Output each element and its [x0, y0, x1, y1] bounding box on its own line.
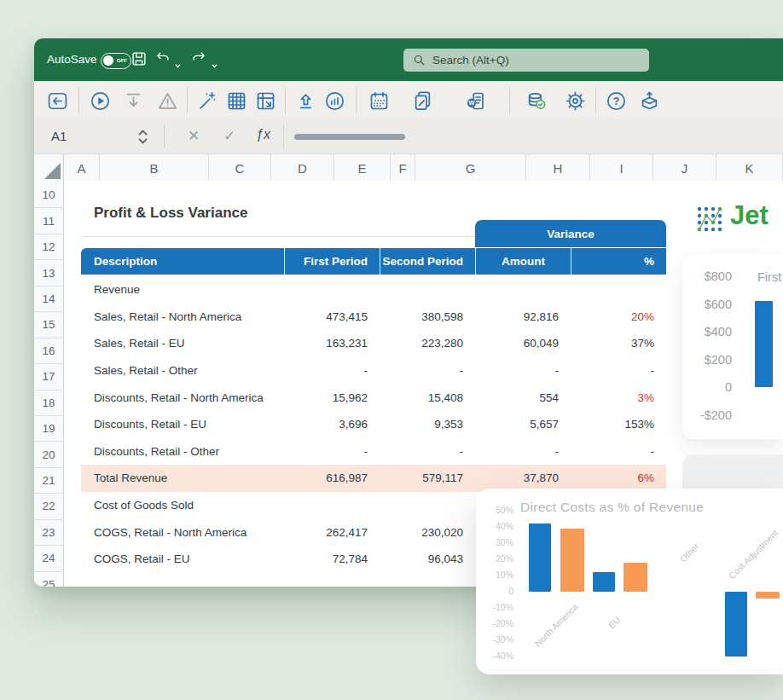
pivot-table-button[interactable]	[252, 87, 279, 114]
value-cell[interactable]: 554	[475, 384, 571, 411]
description-cell[interactable]: Total Revenue	[81, 465, 284, 492]
undo-dropdown-chevron[interactable]	[175, 57, 181, 63]
search-box[interactable]: Search (Alt+Q)	[403, 49, 649, 72]
column-header-G[interactable]: G	[415, 154, 526, 182]
row-header-13[interactable]: 13	[34, 260, 63, 286]
row-header-22[interactable]: 22	[34, 494, 63, 519]
back-button[interactable]	[44, 87, 71, 114]
column-header-A[interactable]: A	[64, 154, 100, 182]
value-cell[interactable]: 262,417	[284, 518, 380, 546]
description-cell[interactable]: Discounts, Retail - EU	[81, 411, 284, 438]
row-header-17[interactable]: 17	[34, 364, 63, 390]
description-cell[interactable]: Discounts, Retail - Other	[81, 438, 284, 466]
row-header-15[interactable]: 15	[34, 312, 63, 338]
insert-function-icon[interactable]: ƒx	[256, 127, 270, 142]
table-column-header[interactable]: First Period	[284, 248, 380, 275]
table-column-header[interactable]: %	[571, 248, 666, 275]
autosave-toggle[interactable]: OFF	[101, 53, 131, 69]
value-cell[interactable]: 72,784	[284, 546, 380, 573]
accept-icon[interactable]: ✓	[223, 127, 235, 145]
description-cell[interactable]: Revenue	[81, 276, 284, 304]
value-cell[interactable]: 230,020	[380, 518, 475, 546]
value-cell[interactable]: 3%	[571, 384, 666, 411]
column-header-I[interactable]: I	[590, 154, 653, 182]
row-header-16[interactable]: 16	[34, 338, 63, 364]
value-cell[interactable]: -	[380, 357, 475, 385]
row-header-20[interactable]: 20	[34, 442, 63, 467]
value-cell[interactable]: 223,280	[380, 330, 475, 357]
upload-button[interactable]	[292, 87, 319, 114]
value-cell[interactable]: -	[571, 438, 666, 466]
value-cell[interactable]: 153%	[571, 411, 666, 438]
value-cell[interactable]: -	[284, 357, 380, 385]
row-header-21[interactable]: 21	[34, 468, 63, 494]
column-header-J[interactable]: J	[653, 154, 716, 182]
help-button[interactable]: ?	[602, 87, 629, 114]
cancel-icon[interactable]: ✕	[188, 127, 200, 145]
value-cell[interactable]	[475, 276, 571, 304]
row-header-10[interactable]: 10	[34, 182, 63, 208]
redo-dropdown-chevron[interactable]	[212, 57, 218, 63]
table-grid-button[interactable]	[223, 87, 250, 114]
value-cell[interactable]: 15,408	[380, 384, 475, 411]
value-cell[interactable]	[284, 276, 380, 304]
table-column-header[interactable]: Amount	[475, 248, 571, 275]
magic-wand-button[interactable]	[194, 87, 221, 114]
description-cell[interactable]: Cost of Goods Sold	[81, 492, 284, 519]
direct-costs-chart-card[interactable]: Direct Costs as % of Revenue 50%40%30%20…	[476, 489, 783, 674]
column-header-E[interactable]: E	[334, 154, 391, 182]
calendar-button[interactable]	[365, 87, 392, 114]
value-cell[interactable]	[380, 276, 475, 304]
column-header-K[interactable]: K	[716, 154, 783, 182]
name-box[interactable]: A1	[51, 129, 67, 143]
column-header-B[interactable]: B	[100, 154, 209, 182]
row-header-25[interactable]: 25	[34, 572, 63, 587]
download-button[interactable]	[119, 87, 147, 114]
description-cell[interactable]: Sales, Retail - Other	[81, 357, 284, 385]
undo-icon[interactable]	[154, 49, 172, 68]
formula-input[interactable]	[294, 134, 405, 140]
word-export-button[interactable]: W	[461, 87, 489, 114]
value-cell[interactable]: -	[284, 438, 380, 466]
row-header-24[interactable]: 24	[34, 546, 63, 571]
alerts-button[interactable]	[154, 87, 181, 114]
value-cell[interactable]: 616,987	[284, 465, 380, 492]
save-icon[interactable]	[130, 49, 148, 68]
value-cell[interactable]: 60,049	[475, 330, 571, 357]
chart-button[interactable]	[321, 87, 348, 114]
value-cell[interactable]: -	[475, 357, 571, 385]
run-button[interactable]	[86, 87, 113, 114]
settings-button[interactable]	[561, 87, 589, 114]
value-cell[interactable]: 579,117	[380, 465, 475, 492]
value-cell[interactable]: 3,696	[284, 411, 380, 438]
row-header-19[interactable]: 19	[34, 416, 63, 442]
value-cell[interactable]: 15,962	[284, 384, 380, 411]
database-check-button[interactable]	[522, 87, 549, 114]
description-cell[interactable]: Discounts, Retail - North America	[81, 384, 284, 411]
description-cell[interactable]: Sales, Retail - North America	[81, 304, 284, 331]
value-cell[interactable]	[284, 492, 380, 519]
value-cell[interactable]	[571, 276, 666, 304]
value-cell[interactable]: 37,870	[475, 465, 571, 492]
value-cell[interactable]: 163,231	[284, 330, 380, 357]
value-cell[interactable]: 9,353	[380, 411, 475, 438]
row-header-11[interactable]: 11	[34, 208, 63, 234]
value-cell[interactable]: -	[380, 438, 475, 466]
description-cell[interactable]: COGS, Retail - North America	[81, 518, 284, 546]
description-cell[interactable]: Sales, Retail - EU	[81, 330, 284, 357]
value-cell[interactable]: 5,657	[475, 411, 571, 438]
value-cell[interactable]: 380,598	[380, 304, 475, 331]
value-cell[interactable]: 20%	[571, 304, 666, 331]
row-header-23[interactable]: 23	[34, 520, 63, 546]
value-cell[interactable]: 92,816	[475, 304, 571, 331]
value-cell[interactable]: -	[571, 357, 666, 385]
column-header-H[interactable]: H	[526, 154, 590, 182]
column-header-F[interactable]: F	[391, 154, 415, 182]
variance-header[interactable]: Variance	[475, 220, 666, 247]
column-header-D[interactable]: D	[271, 154, 334, 182]
publish-button[interactable]	[635, 87, 663, 114]
value-cell[interactable]: -	[475, 438, 571, 466]
value-cell[interactable]: 37%	[571, 330, 666, 357]
row-header-12[interactable]: 12	[34, 234, 63, 260]
row-header-14[interactable]: 14	[34, 286, 63, 312]
